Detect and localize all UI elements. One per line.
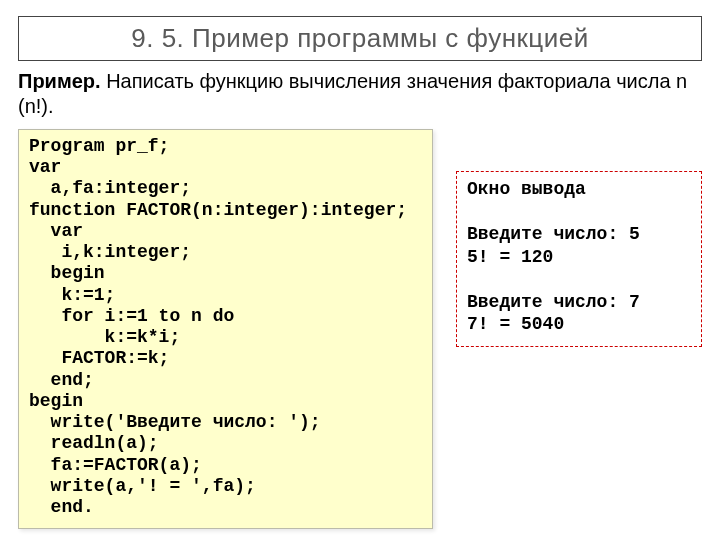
example-text: Написать функцию вычисления значения фак… — [18, 70, 687, 117]
example-bold: Пример. — [18, 70, 101, 92]
output-body: Введите число: 5 5! = 120 Введите число:… — [467, 224, 640, 334]
slide-title-box: 9. 5. Пример программы с функцией — [18, 16, 702, 61]
slide-title: 9. 5. Пример программы с функцией — [29, 23, 691, 54]
output-window: Окно вывода Введите число: 5 5! = 120 Вв… — [456, 171, 702, 347]
content-layout: Program pr_f; var a,fa:integer; function… — [18, 129, 702, 529]
example-paragraph: Пример. Написать функцию вычисления знач… — [18, 69, 702, 119]
output-caption: Окно вывода — [467, 179, 586, 199]
code-block: Program pr_f; var a,fa:integer; function… — [18, 129, 433, 529]
